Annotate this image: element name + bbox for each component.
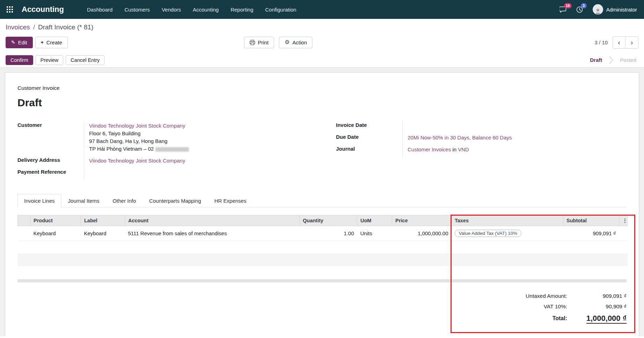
header-gutter	[18, 215, 30, 226]
tab-journal-items[interactable]: Journal Items	[61, 194, 106, 207]
invoice-line-row[interactable]: Keyboard Keyboard 5111 Revenue from sale…	[18, 226, 628, 241]
delivery-address-value: Viindoo Technology Joint Stock Company	[84, 156, 308, 168]
gear-icon: ⚙	[285, 39, 290, 45]
nav-item-reporting[interactable]: Reporting	[230, 7, 253, 13]
dots-vertical-icon: ⋮	[622, 218, 628, 223]
payment-reference-label: Payment Reference	[17, 168, 84, 180]
control-panel-buttons: ✎ Edit + Create Print ⚙ Action	[0, 32, 644, 53]
preview-button[interactable]: Preview	[36, 55, 64, 65]
untaxed-amount-value: 909,091 ₫	[574, 293, 627, 299]
header-product[interactable]: Product	[30, 215, 81, 226]
table-header-row: Product Label Account Quantity UoM Price…	[18, 215, 628, 226]
nav-item-customers[interactable]: Customers	[124, 7, 150, 13]
pager-next-button[interactable]: ›	[625, 36, 638, 49]
invoice-state-title: Draft	[17, 97, 627, 109]
journal-label: Journal	[336, 145, 402, 157]
printer-icon	[249, 40, 255, 45]
pager: 3 / 10 ‹ ›	[594, 36, 638, 49]
breadcrumb-invoices-link[interactable]: Invoices	[6, 23, 30, 31]
cell-uom: Units	[357, 226, 392, 241]
tab-other-info[interactable]: Other Info	[106, 194, 143, 207]
nav-item-vendors[interactable]: Vendors	[162, 7, 181, 13]
confirm-button[interactable]: Confirm	[6, 55, 33, 65]
invoice-date-label: Invoice Date	[336, 121, 402, 133]
avatar	[593, 4, 603, 15]
vat-value: 90,909 ₫	[574, 303, 627, 310]
header-quantity[interactable]: Quantity	[300, 215, 357, 226]
total-value: 1,000,000 ₫	[574, 314, 627, 323]
tab-counterparts-mapping[interactable]: Counterparts Mapping	[142, 194, 207, 207]
pager-value: 3 / 10	[594, 39, 608, 45]
cell-account: 5111 Revenue from sales of merchandises	[125, 226, 300, 241]
edit-button[interactable]: ✎ Edit	[6, 37, 33, 48]
delivery-address-link[interactable]: Viindoo Technology Joint Stock Company	[89, 158, 185, 164]
pager-previous-button[interactable]: ‹	[613, 36, 625, 49]
header-taxes[interactable]: Taxes	[452, 215, 563, 226]
cell-product: Keyboard	[30, 226, 81, 241]
journal-link[interactable]: Customer Invoices	[408, 146, 451, 152]
cell-subtotal: 909,091 ₫	[563, 226, 619, 241]
nav-item-dashboard[interactable]: Dashboard	[87, 7, 112, 13]
chevron-right-icon: ›	[631, 38, 633, 46]
apps-menu-button[interactable]	[0, 0, 20, 19]
tab-hr-expenses[interactable]: HR Expenses	[208, 194, 253, 207]
user-name: Administrator	[606, 7, 637, 13]
column-options-button[interactable]: ⋮	[619, 215, 628, 226]
print-button[interactable]: Print	[244, 37, 274, 48]
print-button-label: Print	[258, 39, 269, 45]
header-subtotal[interactable]: Subtotal	[563, 215, 619, 226]
activities-button[interactable]: 3	[576, 6, 583, 13]
messages-badge: 16	[564, 3, 572, 8]
cell-quantity: 1.00	[300, 226, 357, 241]
totals-block: Untaxed Amount: 909,091 ₫ VAT 10%: 90,90…	[17, 293, 627, 323]
delivery-address-label: Delivery Address	[17, 156, 84, 168]
cell-taxes: Value Added Tax (VAT) 10%	[452, 226, 563, 241]
messages-button[interactable]: 16	[559, 6, 566, 13]
page: Accounting Dashboard Customers Vendors A…	[0, 0, 644, 338]
cancel-entry-button[interactable]: Cancel Entry	[66, 55, 104, 65]
action-button-label: Action	[292, 39, 307, 45]
create-button[interactable]: + Create	[35, 37, 68, 48]
statusbar: Confirm Preview Cancel Entry Draft Poste…	[0, 53, 644, 67]
nav-item-accounting[interactable]: Accounting	[193, 7, 219, 13]
due-date-label: Due Date	[336, 133, 402, 145]
tab-invoice-lines[interactable]: Invoice Lines	[17, 194, 61, 207]
notebook-tabs: Invoice Lines Journal Items Other Info C…	[17, 194, 627, 207]
nav-item-configuration[interactable]: Configuration	[265, 7, 296, 13]
payment-reference-value[interactable]	[84, 168, 308, 180]
customer-value: Viindoo Technology Joint Stock Company F…	[84, 121, 308, 156]
breadcrumb-current: Draft Invoice (* 81)	[38, 23, 93, 31]
cell-label: Keyboard	[81, 226, 125, 241]
create-button-label: Create	[46, 39, 62, 45]
person-icon	[594, 8, 601, 15]
header-label[interactable]: Label	[81, 215, 125, 226]
status-step-draft[interactable]: Draft	[590, 57, 602, 63]
customer-link[interactable]: Viindoo Technology Joint Stock Company	[89, 123, 185, 129]
action-button[interactable]: ⚙ Action	[279, 37, 313, 48]
user-menu[interactable]: Administrator	[593, 4, 637, 15]
list-separator	[17, 279, 627, 282]
customer-address-line3: TP Hải Phòng Vietnam – 02	[89, 145, 308, 153]
navbar-systray: 16 3 Administrator	[559, 4, 637, 15]
field-groups: Customer Viindoo Technology Joint Stock …	[17, 121, 627, 180]
header-price[interactable]: Price	[392, 215, 452, 226]
journal-conjunction: in	[452, 146, 456, 152]
invoice-sheet: Customer Invoice Draft Customer Viindoo …	[5, 72, 639, 336]
breadcrumb-separator: /	[33, 23, 35, 31]
status-steps: Draft Posted	[590, 56, 638, 64]
header-uom[interactable]: UoM	[357, 215, 392, 226]
document-type: Customer Invoice	[17, 85, 627, 91]
cell-gutter	[18, 226, 30, 241]
currency-link[interactable]: VND	[458, 146, 469, 152]
status-step-posted[interactable]: Posted	[620, 57, 636, 63]
invoice-date-value[interactable]	[402, 121, 627, 133]
customer-address-line1: Floor 6, Taiyo Building	[89, 130, 308, 137]
payment-terms-link[interactable]: 20Mi Now-50% in 30 Days, Balance 60 Days	[408, 135, 512, 141]
cell-price: 1,000,000.00	[392, 226, 452, 241]
app-title[interactable]: Accounting	[22, 5, 64, 14]
total-label: Total:	[526, 315, 567, 322]
due-date-value[interactable]: 20Mi Now-50% in 30 Days, Balance 60 Days	[402, 133, 627, 145]
empty-row	[18, 253, 628, 266]
left-field-group: Customer Viindoo Technology Joint Stock …	[17, 121, 308, 180]
header-account[interactable]: Account	[125, 215, 300, 226]
